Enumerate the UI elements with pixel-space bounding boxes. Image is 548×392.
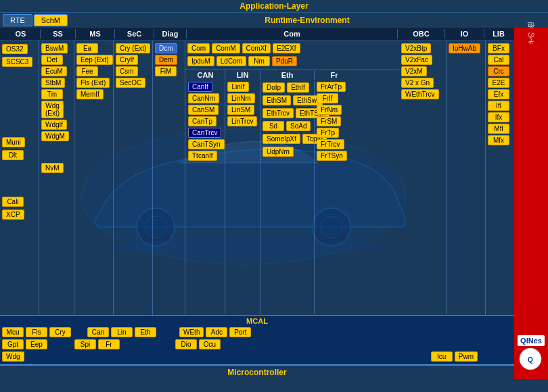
frsm-btn[interactable]: FrSM bbox=[317, 116, 341, 126]
frtrcv-btn[interactable]: FrTrcv bbox=[317, 139, 344, 149]
v2xm-btn[interactable]: V2xM bbox=[401, 66, 427, 76]
memif-btn[interactable]: MemIf bbox=[76, 89, 104, 99]
lintrcv-btn[interactable]: LinTrcv bbox=[227, 116, 257, 126]
tm-btn[interactable]: Tm bbox=[41, 89, 63, 99]
frarp-btn[interactable]: FrArTp bbox=[317, 82, 346, 92]
bswm-btn[interactable]: BswM bbox=[41, 43, 68, 53]
frif-btn[interactable]: FrIf bbox=[317, 93, 338, 103]
cry-ext-btn[interactable]: Cry (Ext) bbox=[116, 43, 150, 53]
mcal-eth-btn[interactable]: Eth bbox=[135, 327, 156, 337]
ldcom-btn[interactable]: LdCom bbox=[216, 56, 246, 66]
v2xfac-btn[interactable]: V2xFac bbox=[401, 55, 432, 65]
ecum-btn[interactable]: EcuM bbox=[41, 66, 67, 76]
dcm-btn[interactable]: Dcm bbox=[155, 43, 177, 53]
iohwab-btn[interactable]: IoHwAb bbox=[449, 43, 480, 53]
sd-btn[interactable]: Sd bbox=[262, 121, 284, 131]
secoc-btn[interactable]: SecOC bbox=[116, 78, 145, 88]
canif-btn[interactable]: CanIf bbox=[188, 82, 212, 92]
right-panel: その他 QINes Q bbox=[514, 28, 548, 379]
ethif-btn[interactable]: EthIf bbox=[287, 82, 309, 93]
mfx-btn[interactable]: Mfx bbox=[488, 135, 509, 145]
wdgif-btn[interactable]: WdgIf bbox=[41, 120, 67, 130]
mfl-btn[interactable]: Mfl bbox=[488, 124, 509, 134]
mcal-pwm-btn[interactable]: Pwm bbox=[455, 351, 478, 362]
comm-btn[interactable]: ComM bbox=[212, 43, 239, 53]
det-btn[interactable]: Det bbox=[41, 55, 63, 65]
e2e-btn[interactable]: E2E bbox=[488, 78, 509, 88]
cryif-btn[interactable]: CryIf bbox=[116, 55, 138, 65]
ethtrcv-btn[interactable]: EthTrcv bbox=[262, 108, 294, 118]
e2exf-btn[interactable]: E2EXf bbox=[273, 43, 300, 53]
fee-btn[interactable]: Fee bbox=[76, 66, 98, 76]
comxf-btn[interactable]: ComXf bbox=[242, 43, 271, 53]
dlt-btn[interactable]: Dlt bbox=[2, 150, 24, 160]
mcal-ocu-btn[interactable]: Ocu bbox=[199, 339, 221, 349]
ipdum-btn[interactable]: IpduM bbox=[187, 56, 214, 66]
fim-btn[interactable]: FiM bbox=[155, 66, 177, 76]
mcal-weth-btn[interactable]: WEth bbox=[179, 327, 204, 337]
wdgm-btn[interactable]: WdgM bbox=[41, 131, 69, 141]
crc-btn[interactable]: Crc bbox=[488, 66, 509, 76]
bfx-btn[interactable]: BFx bbox=[488, 43, 509, 53]
os32-btn[interactable]: OS32 bbox=[2, 44, 28, 54]
tab-rte[interactable]: RTE bbox=[3, 14, 32, 26]
stbm-btn[interactable]: StbM bbox=[41, 78, 65, 88]
udpnm-btn[interactable]: UdpNm bbox=[262, 147, 294, 157]
cal-btn[interactable]: Cal bbox=[488, 55, 509, 65]
muni-btn[interactable]: Muni bbox=[2, 137, 25, 147]
fls-ext-btn[interactable]: Fls (Ext) bbox=[76, 78, 110, 88]
mcal-fls-btn[interactable]: Fls bbox=[26, 327, 47, 337]
mcal-icu-btn[interactable]: Icu bbox=[431, 351, 453, 362]
scsc3-btn[interactable]: SCSC3 bbox=[2, 57, 32, 67]
mcal-cry-btn[interactable]: Cry bbox=[49, 327, 71, 337]
v2xbtp-btn[interactable]: V2xBtp bbox=[401, 43, 431, 53]
cantsyn-btn[interactable]: CanTSyn bbox=[188, 139, 225, 149]
mcal-gpt-btn[interactable]: Gpt bbox=[2, 339, 24, 349]
cantrcv-btn[interactable]: CanTrcv bbox=[188, 128, 221, 138]
ifx-btn[interactable]: Ifx bbox=[488, 112, 509, 122]
mcal-fr-btn[interactable]: Fr bbox=[98, 339, 120, 349]
mcal-eep-btn[interactable]: Eep bbox=[26, 339, 47, 349]
cansm-btn[interactable]: CanSM bbox=[188, 105, 219, 115]
mcal-lin-btn[interactable]: Lin bbox=[111, 327, 133, 337]
linif-btn[interactable]: LinIf bbox=[227, 82, 249, 92]
obc-column: V2xBtp V2xFac V2xM V2 x Gn WEthTrcv bbox=[399, 41, 447, 315]
cannm-btn[interactable]: CanNm bbox=[188, 93, 219, 103]
frnm-btn[interactable]: FrNm bbox=[317, 105, 342, 115]
doip-btn[interactable]: DoIp bbox=[262, 82, 285, 93]
frtp-btn[interactable]: FrTp bbox=[317, 128, 339, 138]
nvm-btn[interactable]: NvM bbox=[41, 163, 64, 173]
tab-schm[interactable]: SchM bbox=[34, 14, 68, 26]
mcal-can-btn[interactable]: Can bbox=[87, 327, 109, 337]
ttcanif-btn[interactable]: TtcanIf bbox=[188, 151, 217, 161]
cantp-btn[interactable]: CanTp bbox=[188, 116, 216, 126]
wethtrcv-btn[interactable]: WEthTrcv bbox=[401, 89, 439, 99]
xcp-btn[interactable]: XCP bbox=[2, 210, 24, 220]
main-area: OS SS MS SeC Diag Com OBC IO bbox=[0, 28, 548, 379]
cali-btn[interactable]: Cali bbox=[2, 197, 24, 207]
mcal-dio-btn[interactable]: Dio bbox=[175, 339, 197, 349]
mcal-mcu-btn[interactable]: Mcu bbox=[2, 327, 24, 337]
com-btn[interactable]: Com bbox=[187, 43, 210, 53]
dem-btn[interactable]: Dem bbox=[155, 55, 177, 65]
soad-btn[interactable]: SoAd bbox=[286, 121, 311, 131]
someipxf-btn[interactable]: SomeIpXf bbox=[262, 134, 300, 144]
mcal-adc-btn[interactable]: Adc bbox=[206, 327, 227, 337]
frtsyn-btn[interactable]: FrTSyn bbox=[317, 151, 347, 161]
eep-ext-btn[interactable]: Eep (Ext) bbox=[76, 55, 113, 65]
csm-btn[interactable]: Csm bbox=[116, 66, 138, 76]
svg-text:Q: Q bbox=[528, 356, 534, 364]
ifl-btn[interactable]: Ifl bbox=[488, 101, 509, 111]
ea-btn[interactable]: Ea bbox=[76, 43, 98, 53]
mcal-wdg-btn[interactable]: Wdg bbox=[2, 351, 24, 362]
efx-btn[interactable]: Efx bbox=[488, 89, 509, 99]
mcal-spi-btn[interactable]: Spi bbox=[74, 339, 96, 349]
linnm-btn[interactable]: LinNm bbox=[227, 93, 255, 103]
linsm-btn[interactable]: LinSM bbox=[227, 105, 254, 115]
mcal-port-btn[interactable]: Port bbox=[229, 327, 251, 337]
v2xgn-btn[interactable]: V2 x Gn bbox=[401, 78, 434, 88]
pdur-btn[interactable]: PduR bbox=[272, 56, 297, 66]
wdg-ext-btn[interactable]: Wdg(Ext) bbox=[41, 101, 64, 118]
nm-btn[interactable]: Nm bbox=[248, 56, 270, 66]
ethsm-btn[interactable]: EthSM bbox=[262, 95, 291, 105]
